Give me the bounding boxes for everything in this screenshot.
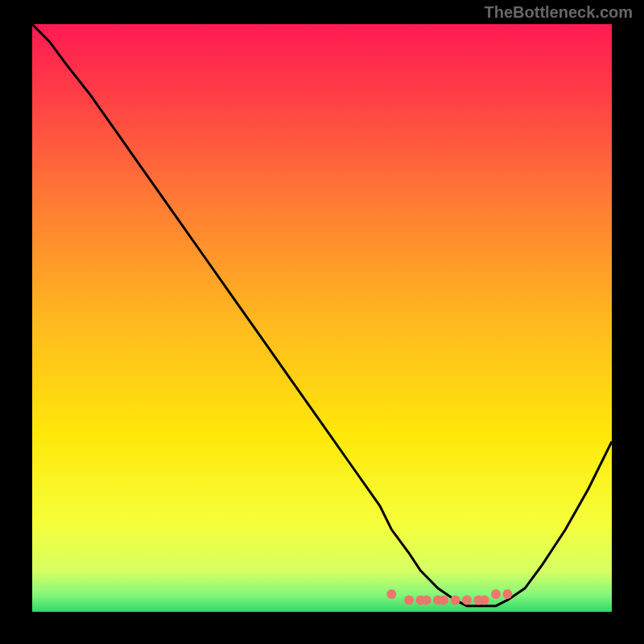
plot-area <box>32 24 612 612</box>
svg-point-7 <box>451 595 460 605</box>
svg-point-2 <box>404 595 414 605</box>
curve-layer <box>32 24 612 612</box>
watermark-text: TheBottleneck.com <box>485 3 633 22</box>
svg-point-4 <box>422 595 431 605</box>
bottleneck-curve <box>32 24 612 606</box>
chart-container: TheBottleneck.com <box>0 0 644 644</box>
svg-point-10 <box>480 595 489 605</box>
svg-point-1 <box>386 589 396 599</box>
svg-point-12 <box>502 589 512 599</box>
svg-point-8 <box>462 595 472 605</box>
svg-point-11 <box>491 589 501 599</box>
svg-point-6 <box>439 595 448 605</box>
